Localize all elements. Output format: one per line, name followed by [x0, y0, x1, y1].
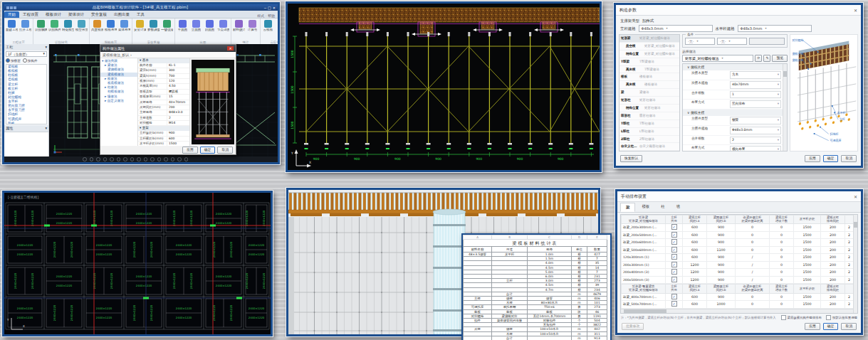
checkbox-立杆共用[interactable]: ✓: [671, 301, 677, 307]
ribbon-button[interactable]: 立面图: [190, 19, 202, 41]
table-row[interactable]: 200x400mm (3)✓1200900/015002002: [622, 269, 854, 277]
ribbon-button[interactable]: 打开工程: [19, 19, 31, 41]
checkbox-立杆共用[interactable]: ✓: [671, 269, 677, 275]
refresh-icon[interactable]: ⟳: [755, 55, 762, 62]
method-list-item[interactable]: L型柱L型柱做法: [619, 128, 679, 136]
elevation-canvas[interactable]: 150015001500900900900900900900900YX: [288, 4, 600, 170]
table-row[interactable]: 200x300mm (1)✓1200900/015002002: [622, 261, 854, 269]
method-property-row[interactable]: 次楞木规格40x70mm▾: [683, 80, 787, 90]
ribbon-tab[interactable]: 开始: [4, 11, 19, 18]
ribbon-button[interactable]: 高支模辨识: [91, 19, 103, 41]
ribbon-button[interactable]: 识别轴网: [35, 19, 47, 41]
method-list-item[interactable]: 高支模楼板做法: [619, 81, 679, 89]
table-row[interactable]: 边梁_500x700mm (…✓60010000015002002: [622, 301, 854, 309]
method-property-row[interactable]: 主楞件类型钢管▾: [683, 116, 787, 126]
condition-input[interactable]: [749, 38, 785, 45]
condition-select-1[interactable]: -无-▾: [685, 38, 715, 45]
ribbon-button[interactable]: 云模板: [262, 19, 274, 41]
property-row[interactable]: 构件名称KL-1: [138, 63, 189, 68]
ribbon-button[interactable]: 平面图: [177, 19, 189, 41]
method-select[interactable]: 矩形梁_对拉螺栓做法▾: [682, 55, 753, 62]
checkbox-立杆共用[interactable]: ✓: [671, 247, 677, 253]
window-control[interactable]: ✕: [273, 6, 276, 10]
ok-button[interactable]: 确定: [200, 147, 216, 154]
property-row[interactable]: 次楞规格40×70mm: [138, 100, 189, 105]
method-list-item[interactable]: 高支模T型梁做法: [619, 66, 679, 74]
method-property-row[interactable]: 次楞木类型方木▾: [683, 70, 787, 80]
property-row[interactable]: 立杆纵距la(mm)900: [138, 131, 189, 136]
apply-button[interactable]: 应用: [805, 323, 820, 330]
ribbon-button[interactable]: 安全计算: [134, 19, 146, 41]
ribbon-button[interactable]: 升级: [276, 19, 280, 41]
property-row[interactable]: 梁宽b(mm)300: [138, 68, 189, 73]
method-property-row[interactable]: 布置方式横向布置▾: [683, 145, 787, 152]
ribbon-button[interactable]: 参数调整: [147, 19, 160, 41]
ribbon-button[interactable]: 新建工程: [6, 19, 18, 41]
cancel-button[interactable]: 取消: [217, 147, 233, 154]
hbar-spec-select[interactable]: Φ48x3.0mm▾: [738, 25, 812, 32]
close-icon[interactable]: ✕: [854, 8, 857, 13]
ribbon-button[interactable]: 模板布置: [105, 19, 117, 41]
scrollbar[interactable]: [783, 64, 787, 151]
checkbox-批量调整[interactable]: 按默认值批量调整: [826, 315, 857, 320]
table-row[interactable]: 边梁_400x700mm (…✓6009000015002002: [622, 293, 854, 301]
checkbox-立杆共用[interactable]: ✓: [671, 239, 677, 245]
plan-canvas[interactable]: 2440×12202440×12202440×12202440×12202440…: [4, 193, 271, 334]
tab-柱[interactable]: 柱: [656, 203, 669, 212]
property-row[interactable]: 主楞规格Φ48×3.0: [138, 110, 189, 115]
property-row[interactable]: 支模高度(m)4.50: [138, 84, 189, 89]
property-row[interactable]: 对拉螺栓M14: [138, 121, 189, 126]
ribbon-tab[interactable]: 工程设置: [19, 11, 42, 18]
property-row[interactable]: 面板类型覆膜板: [138, 90, 189, 95]
method-list-item[interactable]: T型柱T型柱做法: [619, 120, 679, 128]
ribbon-button[interactable]: 转化模型: [62, 19, 74, 41]
table-row[interactable]: 边梁_500x600mm (…✓60011000015002002: [622, 246, 854, 254]
method-list-item[interactable]: 梁梁做法: [619, 89, 679, 97]
table-row[interactable]: 边梁_200x600mm (…✓6009000015002002: [622, 239, 854, 247]
model-preview[interactable]: [192, 60, 234, 144]
ribbon-button[interactable]: 架体布置: [118, 19, 130, 41]
pin-icon[interactable]: ▾: [45, 45, 47, 50]
property-row[interactable]: 面板厚度(mm)15: [138, 95, 189, 100]
property-row[interactable]: 板厚(mm)120: [138, 79, 189, 84]
ribbon-button[interactable]: 模型检查: [75, 19, 88, 41]
method-list-item[interactable]: T型梁T型梁做法: [619, 58, 679, 66]
property-row[interactable]: 梁高h(mm)700: [138, 74, 189, 79]
checkbox-立杆共用[interactable]: ✓: [671, 262, 677, 267]
method-property-row[interactable]: 布置方式竖向排布▾: [683, 100, 787, 110]
property-row[interactable]: 次楞间距(mm)200: [138, 105, 189, 110]
property-row[interactable]: 立杆横距lb(mm)600: [138, 137, 189, 142]
method-list-item[interactable]: 特殊位置矩形柱做法: [619, 105, 679, 112]
checkbox-立杆共用[interactable]: ✓: [671, 277, 677, 282]
ribbon-tab[interactable]: 出图出量: [110, 11, 133, 18]
window-control[interactable]: □: [268, 6, 271, 10]
method-list-item[interactable]: 矩形柱矩形柱做法: [619, 97, 679, 105]
preview-button[interactable]: 预览: [772, 55, 788, 62]
window-control[interactable]: ─: [264, 6, 266, 10]
method-list-item[interactable]: 特殊位置矩形梁_对拉螺栓做法: [619, 51, 679, 58]
ribbon-button[interactable]: 材料统计: [233, 19, 245, 41]
method-property-row[interactable]: 主楞件规格Φ48x3.0mm▾: [683, 126, 787, 136]
ribbon-button[interactable]: 识别构件: [48, 19, 61, 41]
edit-icon[interactable]: ✎: [763, 55, 770, 62]
apply-button[interactable]: 应用: [182, 147, 198, 154]
quick-access-icons[interactable]: [6, 6, 16, 9]
radio-按楼层[interactable]: 按楼层: [6, 58, 21, 63]
floor-combo[interactable]: 1F（当前层）▾: [6, 51, 47, 57]
apply-button[interactable]: 应用: [805, 155, 820, 162]
cancel-button[interactable]: 取消: [841, 155, 857, 162]
ribbon-right-menu[interactable]: 样式 · 帮助: [257, 14, 278, 18]
table-row[interactable]: 边梁_200x500mm (…✓6009000015002002: [622, 231, 854, 239]
scrollbar[interactable]: [853, 215, 857, 313]
tree-item[interactable]: ▸ 自定义做法: [100, 99, 137, 103]
ribbon-button[interactable]: 节点详图: [217, 19, 229, 41]
checkbox-立杆共用[interactable]: ✓: [671, 294, 677, 299]
pole-spec-select[interactable]: Φ48x3.0mm▾: [639, 25, 713, 32]
ribbon-tab[interactable]: 安全复核: [88, 11, 110, 18]
tab-楼板[interactable]: 楼板: [637, 203, 654, 212]
radio-按构件[interactable]: 按构件: [23, 58, 38, 63]
checkbox-立杆共用[interactable]: ✓: [671, 224, 677, 230]
h-scrollbar[interactable]: [621, 309, 853, 313]
condition-select-2[interactable]: -无-▾: [717, 38, 747, 45]
method-property-row[interactable]: 合并根数2▾: [683, 136, 787, 146]
